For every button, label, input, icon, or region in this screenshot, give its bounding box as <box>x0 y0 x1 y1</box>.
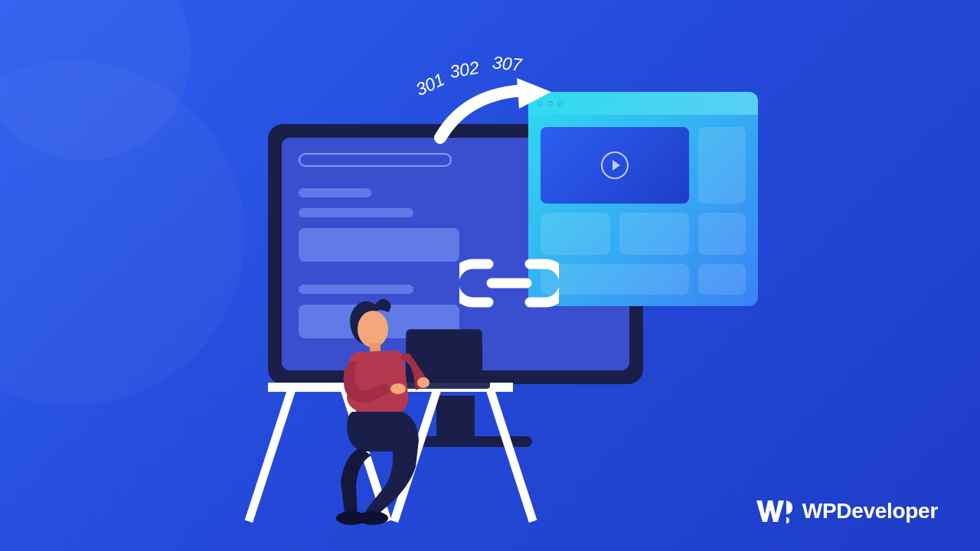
content-placeholder <box>541 213 610 255</box>
play-icon <box>601 152 629 179</box>
svg-point-4 <box>417 377 430 388</box>
url-bar <box>299 153 452 167</box>
content-placeholder <box>541 264 689 295</box>
sidebar-placeholder <box>698 127 746 204</box>
arrow-icon <box>429 77 559 145</box>
brand-name: WPDeveloper <box>802 499 938 523</box>
sidebar-placeholder <box>698 213 746 255</box>
svg-point-3 <box>390 383 406 394</box>
svg-point-6 <box>358 511 388 525</box>
browser-header <box>528 92 758 115</box>
person-illustration <box>318 291 501 528</box>
sidebar-placeholder <box>698 264 746 295</box>
wpdeveloper-logo-icon <box>755 496 795 527</box>
redirect-code: 307 <box>492 52 523 75</box>
content-placeholder <box>619 213 689 255</box>
browser-window-illustration <box>528 92 758 306</box>
brand-logo: WPDeveloper <box>755 496 938 527</box>
content-placeholder <box>299 188 371 197</box>
background-circle <box>0 61 245 406</box>
video-placeholder <box>541 127 689 204</box>
content-placeholder <box>299 228 459 262</box>
redirect-codes: 301 302 307 <box>406 54 521 74</box>
svg-point-1 <box>358 311 388 347</box>
table-leg <box>245 389 296 523</box>
content-placeholder <box>299 208 413 217</box>
